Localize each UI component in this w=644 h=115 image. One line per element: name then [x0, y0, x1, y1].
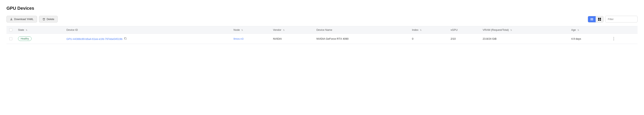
copy-icon[interactable]	[124, 37, 127, 40]
col-actions	[608, 26, 638, 34]
select-all-header	[6, 26, 15, 34]
row-vgpu: 2/10	[448, 34, 480, 44]
index-sort-icon[interactable]: ⇅	[420, 29, 422, 31]
node-link[interactable]: llmos-n3	[234, 37, 244, 40]
row-vram: 23.8/24 GiB	[480, 34, 568, 44]
grid-view-icon	[598, 18, 601, 21]
toolbar-left: Download YAML Delete	[6, 16, 58, 22]
row-checkbox[interactable]	[9, 37, 12, 40]
svg-rect-0	[125, 38, 126, 40]
filter-input[interactable]	[605, 16, 638, 22]
table-header-row: State ⇅ Device ID Node ⇅ Vendor ⇅ Device…	[6, 26, 638, 34]
list-view-icon	[590, 18, 593, 20]
row-vendor: NVIDIA	[270, 34, 314, 44]
node-sort-icon[interactable]: ⇅	[241, 29, 243, 31]
toolbar-right	[588, 16, 638, 22]
select-all-checkbox[interactable]	[9, 28, 12, 32]
vram-sort-icon[interactable]: ⇅	[510, 29, 512, 31]
col-node: Node ⇅	[231, 26, 270, 34]
state-sort-icon[interactable]: ⇅	[26, 29, 27, 31]
row-index: 0	[409, 34, 448, 44]
row-checkbox-cell	[6, 34, 15, 44]
page-title: GPU Devices	[6, 6, 638, 11]
col-vgpu: vGPU	[448, 26, 480, 34]
col-device-name: Device Name	[314, 26, 409, 34]
more-actions-button[interactable]: ⋮	[611, 36, 617, 42]
toolbar: Download YAML Delete	[6, 16, 638, 22]
row-age: 4.9 days	[568, 34, 608, 44]
col-vendor: Vendor ⇅	[270, 26, 314, 34]
status-badge: Healthy	[18, 36, 32, 41]
download-yaml-button[interactable]: Download YAML	[6, 16, 37, 22]
download-icon	[10, 18, 13, 21]
col-index: Index ⇅	[409, 26, 448, 34]
view-toggle	[588, 16, 604, 22]
row-state: Healthy	[15, 34, 64, 44]
gpu-table: State ⇅ Device ID Node ⇅ Vendor ⇅ Device…	[6, 26, 638, 44]
col-state: State ⇅	[15, 26, 64, 34]
col-device-id: Device ID	[64, 26, 231, 34]
delete-button[interactable]: Delete	[39, 16, 58, 22]
device-id-link[interactable]: GPU-44388c89-b6a4-61ee-e1fd-797ebe04519b	[66, 38, 122, 40]
trash-icon	[42, 18, 45, 21]
row-device-id: GPU-44388c89-b6a4-61ee-e1fd-797ebe04519b	[64, 34, 231, 44]
col-age: Age ⇅	[568, 26, 608, 34]
row-device-name: NVIDIA GeForce RTX 4090	[314, 34, 409, 44]
list-view-button[interactable]	[588, 16, 596, 22]
age-sort-icon[interactable]: ⇅	[578, 29, 579, 31]
row-node: llmos-n3	[231, 34, 270, 44]
col-vram: VRAM (Request/Total) ⇅	[480, 26, 568, 34]
vendor-sort-icon[interactable]: ⇅	[283, 29, 284, 31]
table-row: Healthy GPU-44388c89-b6a4-61ee-e1fd-797e…	[6, 34, 638, 44]
grid-view-button[interactable]	[596, 16, 603, 22]
row-more-actions: ⋮	[608, 34, 638, 44]
